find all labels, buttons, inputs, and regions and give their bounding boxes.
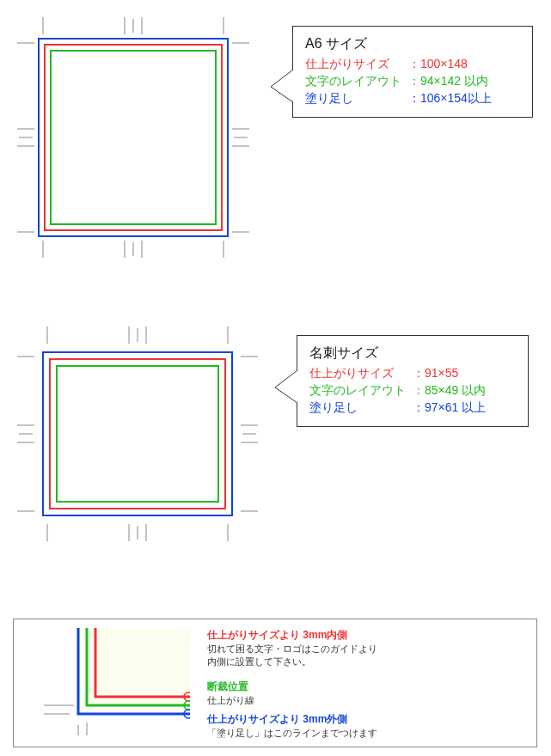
legend-desc: 仕上がり線 <box>207 694 254 707</box>
legend-title: 仕上がりサイズより 3mm外側 <box>207 712 377 727</box>
row-label: 文字のレイアウト <box>305 74 408 89</box>
legend-box: 仕上がりサイズより 3mm内側 切れて困る文字・ロゴはこのガイドより 内側に設置… <box>13 619 537 747</box>
diagram-meishi <box>9 318 266 550</box>
row-value: ：97×61 以上 <box>413 400 486 416</box>
callout-title: 名刺サイズ <box>309 344 516 363</box>
svg-rect-20 <box>39 39 228 236</box>
legend-desc: 内側に設置して下さい。 <box>207 655 377 668</box>
svg-rect-21 <box>45 45 222 230</box>
row-label: 塗り足し <box>309 400 413 416</box>
row-label: 塗り足し <box>305 91 408 107</box>
callout-a6: A6 サイズ 仕上がりサイズ：100×148 文字のレイアウト：94×142 以… <box>292 26 533 118</box>
legend-title: 断裁位置 <box>207 680 254 694</box>
diagram-a6 <box>9 9 258 266</box>
callout-pointer-icon <box>273 370 299 405</box>
legend-desc: 「塗り足し」はこのラインまでつけます <box>207 727 377 740</box>
legend-corner-svg <box>18 624 190 735</box>
meishi-svg <box>9 318 266 550</box>
svg-rect-44 <box>50 359 225 509</box>
row-label: 仕上がりサイズ <box>309 366 413 381</box>
svg-rect-45 <box>57 366 218 502</box>
row-value: ：91×55 <box>413 366 458 381</box>
callout-title: A6 サイズ <box>305 35 520 53</box>
svg-rect-43 <box>43 352 232 515</box>
legend-title: 仕上がりサイズより 3mm内側 <box>207 628 377 643</box>
row-value: ：100×148 <box>408 57 468 72</box>
row-value: ：106×154以上 <box>408 91 492 107</box>
a6-svg <box>9 9 258 266</box>
callout-meishi: 名刺サイズ 仕上がりサイズ：91×55 文字のレイアウト：85×49 以内 塗り… <box>297 335 529 427</box>
row-value: ：94×142 以内 <box>408 74 488 89</box>
legend-desc: 切れて困る文字・ロゴはこのガイドより <box>207 643 377 655</box>
callout-pointer-icon <box>269 70 295 104</box>
svg-rect-22 <box>51 51 216 224</box>
row-label: 文字のレイアウト <box>309 383 413 399</box>
row-value: ：85×49 以内 <box>413 383 486 399</box>
row-label: 仕上がりサイズ <box>305 57 408 72</box>
